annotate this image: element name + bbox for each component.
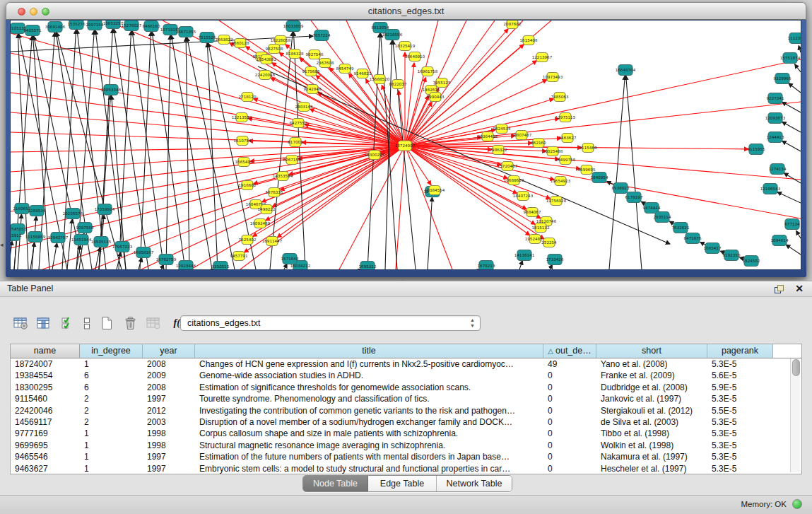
table-cell[interactable]: 1 [80, 451, 143, 462]
delete-table-icon[interactable] [122, 316, 138, 330]
table-cell[interactable]: 5.5E-5 [707, 405, 773, 416]
table-cell[interactable]: Estimation of the future numbers of pati… [195, 451, 543, 462]
table-cell[interactable]: 1 [80, 463, 143, 474]
scrollbar-thumb[interactable] [792, 359, 800, 376]
table-cell[interactable]: 2008 [143, 382, 195, 393]
table-cell[interactable]: 1 [80, 358, 143, 370]
table-selector-dropdown[interactable]: citations_edges.txt ▲▼ [180, 315, 481, 331]
table-cell[interactable]: Disruption of a novel member of a sodium… [195, 416, 543, 428]
table-row[interactable]: 969969511998Structural magnetic resonanc… [11, 440, 801, 451]
table-vertical-scrollbar[interactable] [790, 358, 800, 472]
table-cell[interactable]: 14569117 [11, 416, 80, 428]
tab-edge-table[interactable]: Edge Table [368, 476, 437, 491]
table-cell[interactable]: 0 [543, 428, 596, 439]
table-cell[interactable]: Embryonic stem cells: a model to study s… [195, 463, 543, 474]
table-cell[interactable]: 0 [543, 416, 596, 428]
table-cell[interactable]: 19384554 [11, 370, 80, 381]
table-cell[interactable]: 0 [543, 451, 596, 462]
table-row[interactable]: 1830029562008Estimation of significance … [11, 382, 801, 393]
table-cell[interactable]: 18724007 [11, 358, 80, 370]
table-cell[interactable]: 2003 [143, 416, 195, 428]
table-cell[interactable]: Nakamura et al. (1997) [596, 451, 707, 462]
show-columns-icon[interactable] [36, 316, 52, 330]
table-cell[interactable]: 49 [543, 358, 596, 370]
table-cell[interactable]: 5.3E-5 [707, 428, 773, 439]
table-row[interactable]: 1872400712008Changes of HCN gene express… [11, 358, 801, 370]
table-cell[interactable]: 5.3E-5 [707, 451, 773, 462]
table-cell[interactable]: 2 [80, 405, 143, 416]
table-cell[interactable]: Estimation of significance thresholds fo… [195, 382, 543, 393]
table-row[interactable]: 2242004622012Investigating the contribut… [11, 405, 801, 416]
table-cell[interactable]: Genome-wide association studies in ADHD. [195, 370, 543, 381]
table-cell[interactable]: Structural magnetic resonance image aver… [195, 440, 543, 451]
table-cell[interactable]: 2 [80, 393, 143, 404]
table-row[interactable]: 1456911722003Disruption of a novel membe… [11, 416, 801, 428]
table-cell[interactable]: 0 [543, 370, 596, 381]
float-panel-icon[interactable] [775, 285, 784, 293]
network-canvas[interactable]: 1872400721051359405571306914061535276209… [11, 21, 801, 269]
column-header-name[interactable]: name [11, 344, 80, 358]
tab-node-table[interactable]: Node Table [303, 476, 368, 491]
table-cell[interactable]: 5.6E-5 [707, 370, 773, 381]
table-cell[interactable]: 6 [80, 382, 143, 393]
select-columns-icon[interactable] [59, 316, 75, 330]
table-cell[interactable]: 0 [543, 405, 596, 416]
column-header-short[interactable]: short [596, 344, 707, 358]
table-cell[interactable]: 0 [543, 382, 596, 393]
table-cell[interactable]: 0 [543, 440, 596, 451]
table-cell[interactable]: 5.3E-5 [707, 416, 773, 428]
table-cell[interactable]: 1997 [143, 463, 195, 474]
table-cell[interactable]: Wolkin et al. (1998) [596, 440, 707, 451]
table-cell[interactable]: 0 [543, 463, 596, 474]
table-settings-icon[interactable] [13, 316, 28, 330]
table-cell[interactable]: 5.3E-5 [707, 440, 773, 451]
table-cell[interactable]: Changes of HCN gene expression and I(f) … [195, 358, 543, 370]
table-cell[interactable]: 2008 [143, 358, 195, 370]
table-row[interactable]: 1938455462009Genome-wide association stu… [11, 370, 801, 381]
new-document-icon[interactable] [99, 316, 114, 330]
table-cell[interactable]: 2012 [143, 405, 195, 416]
table-cell[interactable]: 18300295 [11, 382, 80, 393]
table-cell[interactable]: Dudbridge et al. (2008) [596, 382, 707, 393]
column-header-title[interactable]: title [195, 344, 543, 358]
window-titlebar[interactable]: citations_edges.txt [6, 2, 806, 20]
table-cell[interactable]: 9699695 [11, 440, 80, 451]
table-cell[interactable]: 6 [80, 370, 143, 381]
table-row[interactable]: 946554611997Estimation of the future num… [11, 451, 801, 462]
table-row[interactable]: 911546021997Tourette syndrome. Phenomeno… [11, 393, 801, 404]
table-row[interactable]: 977716911998Corpus callosum shape and si… [11, 428, 801, 439]
table-cell[interactable]: 2009 [143, 370, 195, 381]
column-header-out_de[interactable]: △out_de… [543, 344, 596, 358]
table-cell[interactable]: 0 [543, 393, 596, 404]
table-cell[interactable]: de Silva et al. (2003) [596, 416, 707, 428]
table-cell[interactable]: Tibbo et al. (1998) [596, 428, 707, 439]
column-header-year[interactable]: year [143, 344, 195, 358]
table-cell[interactable]: 9777169 [11, 428, 80, 439]
row-height-icon[interactable] [83, 316, 91, 330]
table-cell[interactable]: 9465546 [11, 451, 80, 462]
table-cell[interactable]: 1 [80, 440, 143, 451]
table-cell[interactable]: 1998 [143, 440, 195, 451]
table-cell[interactable]: 22420046 [11, 405, 80, 416]
table-cell[interactable]: 5.3E-5 [707, 358, 773, 370]
table-cell[interactable]: 5.3E-5 [707, 463, 773, 474]
table-cell[interactable]: Investigating the contribution of common… [195, 405, 543, 416]
table-cell[interactable]: 2 [80, 416, 143, 428]
table-cell[interactable]: 1998 [143, 428, 195, 439]
column-header-pagerank[interactable]: pagerank [707, 344, 773, 358]
table-cell[interactable]: Stergiakouli et al. (2012) [596, 405, 707, 416]
table-cell[interactable]: 5.9E-5 [707, 382, 773, 393]
panel-splitter-handle[interactable]: ▵ [401, 276, 404, 282]
table-cell[interactable]: 1997 [143, 451, 195, 462]
table-cell[interactable]: Hescheler et al. (1997) [596, 463, 707, 474]
column-header-in_degree[interactable]: in_degree [80, 344, 143, 358]
table-cell[interactable]: Yano et al. (2008) [596, 358, 707, 370]
table-cell[interactable]: 1 [80, 428, 143, 439]
table-cell[interactable]: 9115460 [11, 393, 80, 404]
table-cell[interactable]: Corpus callosum shape and size in male p… [195, 428, 543, 439]
close-panel-icon[interactable]: ✕ [795, 283, 804, 294]
table-cell[interactable]: 5.3E-5 [707, 393, 773, 404]
left-splitter-arrow-icon[interactable]: ◂ [0, 241, 4, 248]
table-cell[interactable]: 1997 [143, 393, 195, 404]
table-cell[interactable]: 9463627 [11, 463, 80, 474]
